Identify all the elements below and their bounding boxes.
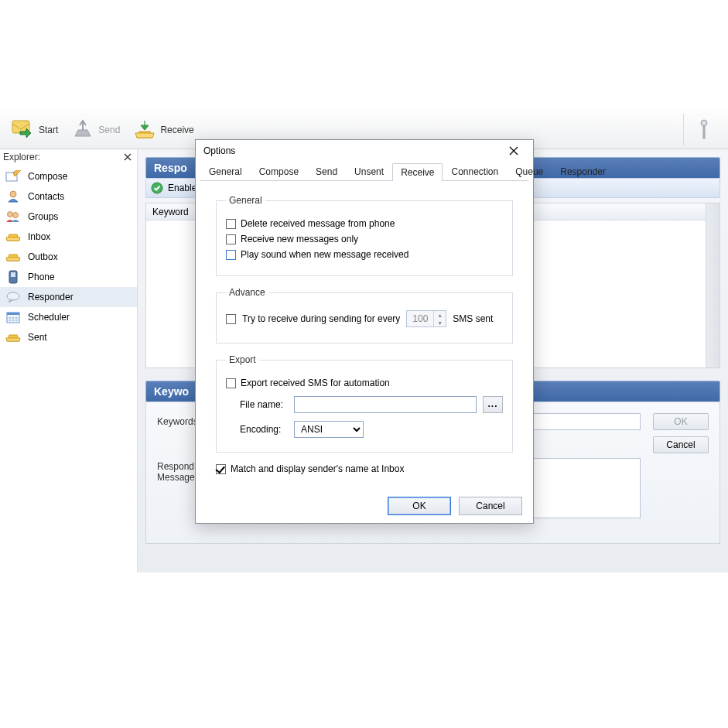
props-cancel-button[interactable]: Cancel — [653, 436, 709, 453]
explorer-close[interactable] — [121, 151, 134, 163]
respond-label-line1: Respond — [157, 461, 194, 472]
svg-point-9 — [7, 292, 19, 300]
sidebar-item-label: Phone — [28, 272, 55, 282]
try-receive-label: Try to receive during sending for every — [242, 313, 400, 324]
sms-count-spinner[interactable]: 100 ▲▼ — [406, 310, 446, 327]
sidebar-item-label: Contacts — [28, 191, 64, 202]
browse-button[interactable]: ... — [483, 396, 503, 413]
export-legend: Export — [226, 354, 259, 365]
sent-icon — [5, 330, 22, 344]
sidebar-item-label: Scheduler — [28, 312, 70, 323]
receive-label: Receive — [160, 125, 193, 135]
options-dialog: Options General Compose Send Unsent Rece… — [195, 139, 534, 524]
sms-count-value: 100 — [407, 313, 433, 324]
advance-legend: Advance — [226, 287, 268, 298]
match-display-label: Match and display sender's name at Inbox — [231, 463, 404, 474]
sidebar-item-compose[interactable]: Compose — [0, 166, 137, 186]
svg-point-4 — [10, 191, 16, 197]
sidebar-item-label: Sent — [28, 332, 47, 343]
key-tool[interactable] — [683, 114, 723, 146]
inbox-icon — [5, 230, 22, 244]
start-icon — [11, 118, 36, 142]
sidebar-item-groups[interactable]: Groups — [0, 207, 137, 227]
compose-icon — [5, 169, 22, 183]
play-sound-label: Play sound when new message received — [241, 249, 408, 260]
send-button[interactable]: Send — [64, 114, 126, 146]
start-button[interactable]: Start — [5, 114, 64, 146]
keyword-col-label: Keyword — [152, 207, 189, 217]
sidebar-item-inbox[interactable]: Inbox — [0, 227, 137, 247]
sidebar-item-contacts[interactable]: Contacts — [0, 186, 137, 207]
dialog-ok-button[interactable]: OK — [388, 497, 451, 515]
sidebar-item-sent[interactable]: Sent — [0, 327, 137, 347]
general-legend: General — [226, 195, 265, 206]
contacts-icon — [5, 190, 22, 203]
keyword-list-scrollbar[interactable] — [706, 203, 719, 367]
dialog-tabs: General Compose Send Unsent Receive Conn… — [196, 162, 533, 180]
try-receive-checkbox[interactable] — [226, 314, 236, 324]
explorer-title: Explorer: — [3, 152, 121, 162]
tab-queue[interactable]: Queue — [507, 162, 552, 180]
explorer-list: Compose Contacts Groups Inbox Outbox — [0, 165, 137, 572]
tab-responder[interactable]: Responder — [552, 162, 614, 180]
match-display-checkbox[interactable] — [216, 464, 226, 474]
tab-general[interactable]: General — [200, 162, 251, 180]
close-icon — [124, 153, 132, 161]
receive-icon — [132, 118, 157, 142]
start-label: Start — [39, 125, 58, 135]
groups-icon — [5, 210, 22, 224]
tab-body-receive: General Delete received message from pho… — [200, 180, 528, 489]
outbox-icon — [5, 250, 22, 264]
spinner-arrows[interactable]: ▲▼ — [433, 311, 446, 326]
dialog-buttons: OK Cancel — [196, 489, 533, 523]
dialog-cancel-button[interactable]: Cancel — [459, 497, 522, 515]
explorer-header: Explorer: — [0, 149, 137, 165]
sidebar-item-label: Groups — [28, 211, 58, 222]
check-circle-icon — [151, 182, 163, 194]
svg-rect-8 — [11, 272, 15, 277]
explorer-panel: Explorer: Compose Contacts Groups — [0, 149, 138, 572]
close-icon — [509, 146, 518, 156]
file-name-input[interactable] — [294, 396, 477, 413]
tab-unsent[interactable]: Unsent — [346, 162, 392, 180]
file-name-label: File name: — [240, 399, 288, 410]
delete-received-label: Delete received message from phone — [241, 218, 395, 229]
receive-new-only-checkbox[interactable] — [226, 234, 236, 244]
tab-receive[interactable]: Receive — [392, 163, 443, 181]
tab-connection[interactable]: Connection — [443, 162, 507, 180]
svg-point-6 — [13, 213, 19, 218]
sidebar-item-phone[interactable]: Phone — [0, 267, 137, 287]
export-sms-checkbox[interactable] — [226, 378, 236, 388]
key-icon — [699, 118, 709, 142]
sms-sent-label: SMS sent — [453, 313, 493, 324]
enable-label[interactable]: Enable — [168, 183, 197, 193]
encoding-label: Encoding: — [240, 424, 288, 435]
sidebar-item-outbox[interactable]: Outbox — [0, 247, 137, 267]
sidebar-item-responder[interactable]: Responder — [0, 287, 137, 307]
props-ok-button[interactable]: OK — [653, 413, 709, 430]
svg-rect-2 — [703, 126, 705, 138]
receive-button[interactable]: Receive — [126, 114, 200, 146]
receive-new-only-label: Receive new messages only — [241, 234, 358, 244]
dialog-close-button[interactable] — [502, 142, 525, 159]
send-icon — [70, 118, 95, 142]
send-label: Send — [98, 125, 120, 135]
responder-title: Respo — [154, 162, 187, 174]
svg-rect-11 — [7, 313, 19, 315]
svg-point-5 — [8, 212, 13, 217]
svg-point-1 — [701, 120, 707, 126]
play-sound-checkbox[interactable] — [226, 250, 236, 260]
sidebar-item-label: Inbox — [28, 231, 50, 242]
advance-group: Advance Try to receive during sending fo… — [216, 287, 513, 343]
sidebar-item-label: Compose — [28, 171, 67, 182]
phone-icon — [5, 270, 22, 284]
sidebar-item-scheduler[interactable]: Scheduler — [0, 307, 137, 327]
tab-compose[interactable]: Compose — [251, 162, 307, 180]
general-group: General Delete received message from pho… — [216, 195, 513, 276]
export-sms-label: Export received SMS for automation — [241, 378, 390, 388]
encoding-select[interactable]: ANSI — [294, 421, 364, 438]
respond-label-line2: Message — [157, 472, 195, 483]
dialog-titlebar[interactable]: Options — [196, 140, 533, 162]
delete-received-checkbox[interactable] — [226, 219, 236, 229]
tab-send[interactable]: Send — [307, 162, 346, 180]
